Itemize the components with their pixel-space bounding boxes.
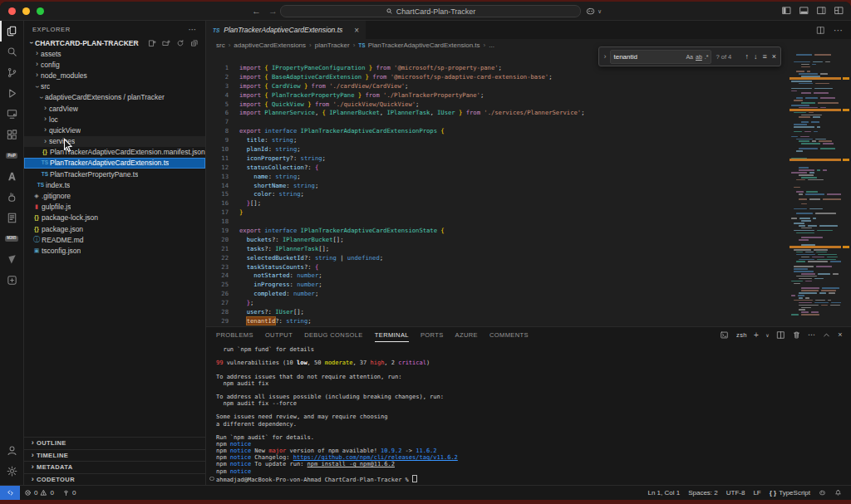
tree-item[interactable]: ›services: [24, 136, 205, 147]
toggle-replace-chevron-icon[interactable]: ›: [603, 52, 606, 61]
forward-button[interactable]: →: [268, 5, 278, 17]
panel-tab-problems[interactable]: PROBLEMS: [216, 327, 253, 342]
tree-item[interactable]: ›assets: [24, 48, 205, 59]
new-folder-icon[interactable]: [162, 39, 170, 47]
sidebar-section-codetour[interactable]: ›CODETOUR: [24, 473, 205, 486]
copilot-dropdown-chevron-icon[interactable]: ∨: [598, 8, 602, 15]
panel-tab-azure[interactable]: AZURE: [455, 327, 478, 342]
tree-item[interactable]: ›adaptiveCardExtensions / planTracker: [24, 92, 205, 103]
customize-layout-icon[interactable]: [834, 5, 844, 16]
find-input[interactable]: [611, 53, 686, 61]
find-in-selection-icon[interactable]: ≡: [762, 52, 766, 61]
toggle-secondary-sidebar-icon[interactable]: [816, 5, 827, 16]
close-tab-icon[interactable]: ×: [354, 26, 359, 35]
maximize-window-button[interactable]: [37, 7, 44, 15]
teams-toolkit-icon[interactable]: [0, 249, 23, 270]
tree-item[interactable]: ▮gulpfile.js: [24, 202, 205, 213]
sidebar-section-timeline[interactable]: ›TIMELINE: [24, 449, 205, 462]
extensions-icon[interactable]: [0, 125, 23, 145]
source-control-icon[interactable]: [0, 62, 23, 83]
tree-item[interactable]: ◈.gitignore: [24, 190, 205, 201]
tree-item[interactable]: ›config: [24, 59, 205, 70]
notifications-bell-icon[interactable]: [830, 489, 846, 497]
account-icon[interactable]: [0, 440, 23, 461]
match-case-icon[interactable]: Aa: [686, 54, 693, 60]
explorer-more-actions-icon[interactable]: ⋯: [188, 25, 197, 34]
tree-item[interactable]: ▣tsconfig.json: [24, 245, 205, 256]
problems-status[interactable]: 0 0: [20, 489, 58, 497]
refresh-explorer-icon[interactable]: [176, 39, 184, 47]
status-item-typescript[interactable]: { } TypeScript: [765, 489, 814, 497]
panel-tab-terminal[interactable]: TERMINAL: [375, 327, 409, 342]
maximize-panel-icon[interactable]: [822, 330, 831, 340]
tree-item[interactable]: TSindex.ts: [24, 179, 205, 190]
close-window-button[interactable]: [8, 7, 16, 15]
settings-gear-icon[interactable]: [0, 461, 23, 482]
breadcrumb-item[interactable]: TSPlanTrackerAdaptiveCardExtension.ts: [358, 42, 480, 49]
minimap[interactable]: [790, 52, 841, 326]
tree-item[interactable]: ›cardView: [24, 103, 205, 114]
panel-tab-debug-console[interactable]: DEBUG CONSOLE: [304, 327, 363, 342]
breadcrumb-item[interactable]: ...: [489, 42, 494, 49]
panel-more-actions-icon[interactable]: ⋯: [808, 330, 815, 339]
new-terminal-icon[interactable]: +: [754, 330, 759, 340]
previous-match-icon[interactable]: ↑: [745, 52, 749, 61]
terminal-icon[interactable]: [720, 330, 729, 340]
tree-item[interactable]: ›src: [24, 81, 205, 92]
editor-more-actions-icon[interactable]: ⋯: [834, 25, 843, 36]
panel-tab-comments[interactable]: COMMENTS: [489, 327, 529, 342]
breadcrumb-item[interactable]: adaptiveCardExtensions: [234, 42, 306, 49]
regex-icon[interactable]: .*: [705, 54, 709, 60]
tree-item[interactable]: {}PlanTrackerAdaptiveCardExtension.manif…: [24, 147, 205, 158]
sidebar-section-metadata[interactable]: ›METADATA: [24, 461, 205, 473]
close-panel-icon[interactable]: ×: [838, 330, 843, 339]
status-item-lf[interactable]: LF: [749, 489, 765, 497]
azure-icon[interactable]: [0, 166, 23, 187]
copilot-status-icon[interactable]: [814, 489, 830, 497]
toggle-panel-icon[interactable]: [799, 5, 809, 16]
status-item-spaces-2[interactable]: Spaces: 2: [684, 489, 722, 497]
next-match-icon[interactable]: ↓: [754, 52, 758, 61]
remote-indicator[interactable]: [0, 486, 20, 500]
panel-tab-ports[interactable]: PORTS: [421, 327, 444, 342]
remote-explorer-icon[interactable]: [0, 104, 23, 125]
whole-word-icon[interactable]: ab: [696, 54, 702, 60]
breadcrumb-item[interactable]: planTracker: [315, 42, 350, 49]
copilot-icon[interactable]: [585, 6, 596, 17]
split-terminal-icon[interactable]: [776, 330, 785, 340]
tree-item[interactable]: ›quickView: [24, 125, 205, 135]
terminal[interactable]: run `npm fund` for details99 vulnerabili…: [206, 342, 851, 485]
split-editor-icon[interactable]: [816, 26, 825, 35]
tree-item[interactable]: TSPlanTrackerPropertyPane.ts: [24, 169, 205, 179]
code-editor[interactable]: 1import { IPropertyPaneConfiguration } f…: [206, 51, 851, 326]
status-item-ln-1-col-1[interactable]: Ln 1, Col 1: [643, 489, 684, 497]
workspace-root-folder[interactable]: › CHARTCARD-PLAN-TRACKER: [24, 37, 205, 48]
m365-icon[interactable]: M365: [0, 228, 23, 249]
back-button[interactable]: ←: [252, 5, 261, 17]
command-center-search[interactable]: ChartCard-Plan-Tracker: [280, 5, 581, 17]
editor-tab[interactable]: TS PlanTrackerAdaptiveCardExtension.ts ×: [206, 21, 366, 39]
close-find-icon[interactable]: ×: [772, 52, 776, 61]
tree-item[interactable]: {}package.json: [24, 223, 205, 234]
ports-status[interactable]: 0: [58, 489, 80, 497]
breadcrumb-item[interactable]: src: [216, 42, 225, 49]
pnp-spfx-icon[interactable]: PnP: [0, 145, 23, 166]
panel-tab-output[interactable]: OUTPUT: [265, 327, 293, 342]
terminal-dropdown-chevron-icon[interactable]: ∨: [765, 332, 770, 338]
toggle-sidebar-icon[interactable]: [781, 5, 792, 16]
collapse-folders-icon[interactable]: [190, 39, 199, 47]
status-item-utf-8[interactable]: UTF-8: [722, 489, 750, 497]
kill-terminal-icon[interactable]: [792, 330, 801, 340]
files-icon[interactable]: [0, 21, 23, 42]
tree-item[interactable]: {}package-lock.json: [24, 213, 205, 223]
live-share-icon[interactable]: [0, 187, 23, 208]
run-debug-icon[interactable]: [0, 83, 23, 104]
tree-item[interactable]: ⓘREADME.md: [24, 234, 205, 245]
search-icon[interactable]: [0, 42, 23, 62]
output-doc-icon[interactable]: [0, 208, 23, 228]
minimize-window-button[interactable]: [22, 7, 30, 15]
sidebar-section-outline[interactable]: ›OUTLINE: [24, 437, 205, 449]
new-file-icon[interactable]: [148, 39, 156, 47]
tree-item[interactable]: ›loc: [24, 114, 205, 125]
tree-item[interactable]: TSPlanTrackerAdaptiveCardExtension.ts: [24, 158, 205, 169]
